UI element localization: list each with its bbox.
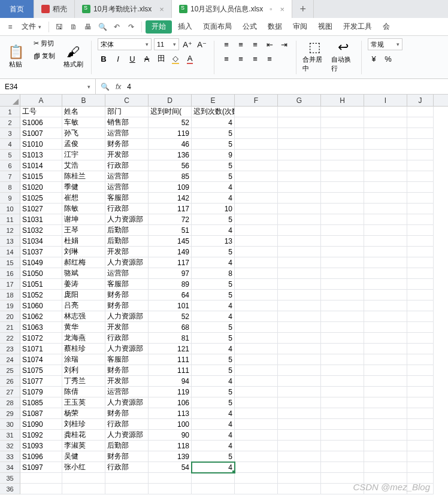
cell[interactable] <box>407 171 434 182</box>
cell[interactable]: 后勤部 <box>105 225 149 236</box>
cell[interactable]: 销售部 <box>105 117 149 128</box>
bold-button[interactable]: B <box>98 53 110 65</box>
justify-icon[interactable]: ≡ <box>264 53 276 65</box>
cell[interactable]: S1020 <box>20 182 62 193</box>
cell[interactable]: 5 <box>192 139 235 150</box>
cell[interactable] <box>364 214 407 225</box>
cell[interactable]: 121 <box>149 344 192 354</box>
cell[interactable]: S1052 <box>20 290 62 300</box>
cell[interactable] <box>321 397 364 408</box>
cell[interactable]: 4 <box>192 419 235 430</box>
cell[interactable] <box>364 268 407 279</box>
cell[interactable] <box>278 128 321 139</box>
row-header[interactable]: 32 <box>0 441 20 451</box>
cell[interactable]: S1006 <box>20 117 62 128</box>
cell[interactable]: S1092 <box>20 430 62 441</box>
row-header[interactable]: 31 <box>0 430 20 441</box>
tab-home[interactable]: 首页 <box>0 0 34 18</box>
cell[interactable] <box>278 333 321 344</box>
cell[interactable] <box>235 322 278 333</box>
cell[interactable]: 56 <box>149 160 192 171</box>
cell[interactable] <box>407 441 434 451</box>
cell[interactable] <box>192 473 235 484</box>
cell[interactable]: 5 <box>192 387 235 397</box>
cell[interactable] <box>235 451 278 462</box>
cell[interactable]: 5 <box>192 214 235 225</box>
cell[interactable]: 52 <box>149 311 192 322</box>
cell[interactable] <box>407 236 434 247</box>
cell[interactable] <box>235 354 278 365</box>
cell[interactable]: S1015 <box>20 171 62 182</box>
cell[interactable] <box>235 257 278 268</box>
ribbon-tab-review[interactable]: 审阅 <box>288 18 312 35</box>
font-size-select[interactable]: 11▾ <box>154 38 179 50</box>
cell[interactable]: 人力资源部 <box>105 430 149 441</box>
row-header[interactable]: 30 <box>0 419 20 430</box>
cell[interactable] <box>321 451 364 462</box>
cell[interactable]: 运营部 <box>105 387 149 397</box>
cell[interactable]: S1032 <box>20 225 62 236</box>
cell[interactable]: 财务部 <box>105 290 149 300</box>
cell[interactable] <box>278 150 321 160</box>
paste-button[interactable]: 📋粘贴 <box>4 38 28 74</box>
cell[interactable] <box>235 311 278 322</box>
cell[interactable] <box>364 462 407 473</box>
cell[interactable] <box>321 150 364 160</box>
fill-color-button[interactable]: ◇ <box>169 53 181 65</box>
cell[interactable] <box>321 279 364 290</box>
col-header-D[interactable]: D <box>149 95 192 106</box>
formula-input[interactable]: 4 <box>127 83 131 91</box>
cell[interactable] <box>235 441 278 451</box>
cell[interactable] <box>321 107 364 117</box>
cell[interactable] <box>235 333 278 344</box>
cell[interactable]: 车敏 <box>62 117 105 128</box>
cell[interactable] <box>407 290 434 300</box>
cell[interactable]: 财务部 <box>105 408 149 419</box>
cell[interactable] <box>235 139 278 150</box>
cell[interactable]: 李淑英 <box>62 441 105 451</box>
cell[interactable] <box>235 484 278 494</box>
cell[interactable] <box>321 344 364 354</box>
undo-icon[interactable]: ↶ <box>110 20 123 34</box>
cell[interactable]: S1060 <box>20 300 62 311</box>
align-bottom-icon[interactable]: ≡ <box>249 38 261 50</box>
align-center-icon[interactable]: ≡ <box>235 53 247 65</box>
cell[interactable]: S1051 <box>20 279 62 290</box>
align-top-icon[interactable]: ≡ <box>220 38 232 50</box>
row-header[interactable]: 10 <box>0 204 20 214</box>
cell[interactable]: S1075 <box>20 365 62 376</box>
cell[interactable]: 开发部 <box>105 150 149 160</box>
cell[interactable] <box>235 128 278 139</box>
cell[interactable] <box>278 117 321 128</box>
cell[interactable]: 4 <box>192 193 235 204</box>
cell[interactable]: 姜涛 <box>62 279 105 290</box>
cell[interactable]: 97 <box>149 268 192 279</box>
cell[interactable] <box>407 311 434 322</box>
cell[interactable]: 郝红梅 <box>62 257 105 268</box>
cell[interactable] <box>364 408 407 419</box>
cell[interactable]: 4 <box>192 225 235 236</box>
cell[interactable] <box>235 107 278 117</box>
cell[interactable]: S1031 <box>20 214 62 225</box>
col-header-C[interactable]: C <box>105 95 149 106</box>
cell[interactable]: 85 <box>149 171 192 182</box>
cell[interactable] <box>235 193 278 204</box>
cell[interactable] <box>321 365 364 376</box>
cell[interactable] <box>321 171 364 182</box>
cell[interactable]: 117 <box>149 204 192 214</box>
row-header[interactable]: 20 <box>0 311 20 322</box>
cell[interactable] <box>321 484 364 494</box>
cell[interactable] <box>407 408 434 419</box>
cell[interactable]: 4 <box>192 257 235 268</box>
cell[interactable] <box>278 300 321 311</box>
format-painter-button[interactable]: 🖌格式刷 <box>61 38 85 74</box>
cell[interactable]: 142 <box>149 193 192 204</box>
cell[interactable]: 客服部 <box>105 193 149 204</box>
cell[interactable]: 工号 <box>20 107 62 117</box>
cell[interactable]: 51 <box>149 225 192 236</box>
cell[interactable] <box>364 322 407 333</box>
cell[interactable] <box>364 236 407 247</box>
cell[interactable] <box>407 419 434 430</box>
cell[interactable]: 106 <box>149 397 192 408</box>
row-header[interactable]: 7 <box>0 171 20 182</box>
